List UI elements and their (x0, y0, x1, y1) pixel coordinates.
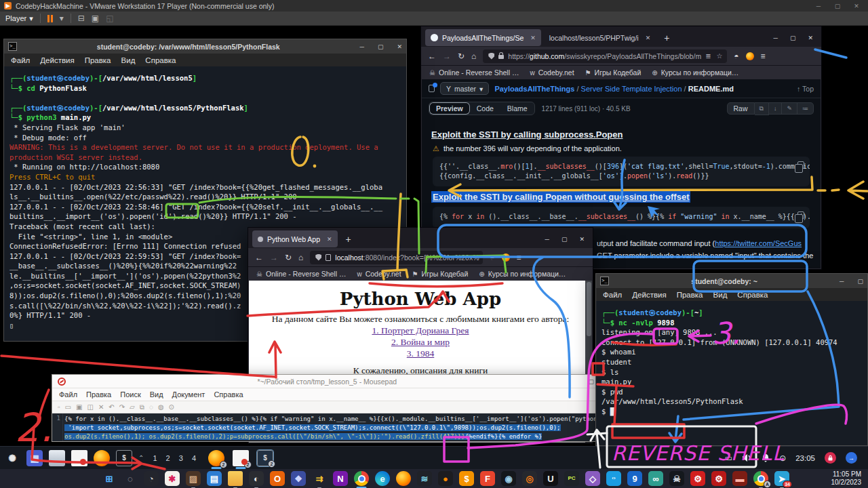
tab-blame[interactable]: Blame (500, 102, 534, 115)
taskbar-icon[interactable]: U (543, 471, 558, 486)
close-icon[interactable]: ✕ (808, 35, 813, 41)
volume-icon[interactable] (742, 453, 752, 462)
editor-area[interactable]: 1 {% for x in ().__class__.__base__.__su… (52, 413, 599, 441)
edit-icon[interactable]: ✎ (782, 102, 797, 115)
maximize-icon[interactable]: ▢ (830, 3, 845, 9)
maximize-icon[interactable]: ▢ (378, 43, 384, 50)
taskbar-icon[interactable]: ◉ (501, 471, 516, 486)
search-icon[interactable]: ◍ (158, 404, 164, 411)
raw-button[interactable]: Raw (727, 102, 755, 115)
pause-dropdown-icon[interactable]: ▾ (60, 14, 64, 23)
send-keys-icon[interactable]: ⊟ (78, 14, 85, 23)
close-icon[interactable]: ✕ (579, 236, 585, 243)
taskbar-icon[interactable]: ⊞ (102, 471, 117, 486)
close-icon[interactable]: ✕ (397, 43, 402, 50)
url-bar[interactable]: https://github.com/swisskyrepo/PayloadsA… (483, 49, 727, 63)
lock-icon[interactable] (498, 55, 504, 59)
screen-lock-icon[interactable] (825, 452, 836, 464)
heading-popen-without-offset[interactable]: Exploit the SSTI by calling Popen withou… (431, 192, 690, 202)
forward-icon[interactable]: → (443, 52, 451, 61)
back-icon[interactable]: ← (428, 52, 436, 61)
maximize-icon[interactable]: ▢ (588, 378, 594, 385)
home-icon[interactable]: ⌂ (471, 52, 476, 61)
taskbar-icon[interactable]: ➤34 (774, 471, 789, 486)
vm-running-app[interactable]: $2 (257, 450, 273, 466)
taskbar-icon[interactable] (354, 471, 369, 486)
menu-item[interactable]: Вид (121, 56, 136, 64)
fullscreen-icon[interactable]: ▣ (92, 14, 99, 23)
bookmark-item[interactable]: wCodeby.net (530, 68, 574, 77)
mousepad-titlebar[interactable]: *~/Рабочий стол/tmp_lesson_5 - Mousepad … (52, 375, 599, 388)
back-to-top-link[interactable]: ↑ Top (797, 85, 814, 93)
tab-code[interactable]: Code (470, 102, 500, 115)
taskbar-icon[interactable]: ❖ (291, 471, 306, 486)
taskbar-icon[interactable]: O (270, 471, 285, 486)
copy-raw-icon[interactable]: ⧉ (755, 102, 769, 115)
taskbar-icon[interactable]: ∞ (648, 471, 663, 486)
taskbar-icon[interactable]: A (753, 471, 768, 486)
taskbar-icon[interactable]: PC (564, 471, 579, 486)
twitter-link[interactable]: https://twitter.com/SecGus (715, 239, 802, 247)
menu-item[interactable]: Действия (40, 56, 74, 64)
new-tab-button[interactable]: + (340, 234, 357, 245)
taskbar-icon[interactable]: ▨ (186, 471, 201, 486)
minimize-icon[interactable]: ─ (545, 236, 549, 243)
bookmark-item[interactable]: wCodeby.net (357, 270, 401, 278)
taskbar-icon[interactable]: e (375, 471, 390, 486)
tracking-shield-icon[interactable] (488, 53, 494, 60)
bookmark-star-icon[interactable]: ☆ (717, 52, 723, 60)
notifications-bell-icon[interactable] (762, 453, 770, 462)
menu-item[interactable]: Документ (172, 390, 205, 399)
vm-taskbar-icon[interactable] (94, 450, 110, 466)
menu-item[interactable]: Справка (214, 390, 243, 399)
taskbar-icon[interactable]: ▬ (732, 471, 747, 486)
redo-icon[interactable]: ↷ (119, 404, 125, 411)
download-icon[interactable]: ↓ (769, 102, 783, 115)
tab-close-icon[interactable]: ✕ (530, 35, 536, 41)
menu-item[interactable]: Файл (11, 56, 30, 64)
close-icon[interactable]: ✕ (849, 3, 864, 9)
save-as-icon[interactable]: ◫ (87, 404, 93, 411)
taskbar-icon[interactable]: ‹› (606, 471, 621, 486)
taskbar-icon[interactable]: ◔ (144, 471, 159, 486)
paste-icon[interactable]: ◌ (149, 404, 153, 411)
tracking-shield-icon[interactable] (315, 254, 321, 261)
url-bar[interactable]: localhost:8080/index?book={%%20for%20x% … (310, 251, 483, 264)
undo-icon[interactable]: ↶ (108, 404, 114, 411)
tab-preview[interactable]: Preview (429, 102, 470, 115)
terminal-titlebar[interactable]: >_ student@codeby: /var/www/html/lesson5… (4, 39, 406, 54)
book-link[interactable]: 3. 1984 (249, 348, 592, 359)
back-icon[interactable]: ← (255, 253, 263, 262)
copy-icon[interactable] (797, 161, 804, 169)
open-file-icon[interactable]: ▭ (65, 404, 71, 411)
maximize-icon[interactable]: ▢ (790, 35, 796, 41)
taskbar-icon[interactable]: ≋ (417, 471, 432, 486)
reload-icon[interactable]: ↻ (285, 253, 292, 262)
minimize-icon[interactable]: ─ (360, 43, 364, 50)
pause-vm-icon[interactable] (47, 15, 53, 22)
minimize-icon[interactable]: ─ (811, 3, 826, 9)
save-icon[interactable]: ▣ (76, 404, 82, 411)
replace-icon[interactable]: ⊙ (169, 404, 174, 411)
system-clock[interactable]: 11:05 PM 10/2/2023 (831, 470, 862, 487)
menu-item[interactable]: Вид (150, 390, 163, 399)
taskbar-icon[interactable]: ▤ (207, 471, 222, 486)
vm-taskbar-icon[interactable] (49, 450, 65, 466)
branch-selector[interactable]: Ymaster▾ (440, 82, 489, 95)
menu-item[interactable]: Правка (86, 390, 111, 399)
minimize-icon[interactable]: ─ (840, 278, 844, 285)
taskbar-icon[interactable]: ◐ (249, 471, 264, 486)
maximize-icon[interactable]: ▢ (857, 278, 863, 285)
vm-taskbar-icon[interactable]: $ (116, 450, 132, 466)
reload-icon[interactable]: ↻ (458, 52, 465, 61)
bookmark-item[interactable]: ☠Online - Reverse Shell … (429, 68, 519, 77)
menu-item[interactable]: Файл (59, 390, 77, 399)
vm-taskbar-icon[interactable] (71, 450, 87, 466)
vm-taskbar-icon[interactable]: ✺ (4, 450, 20, 466)
tab-python-web-app[interactable]: Python Web App✕ (252, 230, 338, 247)
copy-icon[interactable] (797, 211, 804, 219)
extension-icon[interactable] (746, 52, 754, 60)
taskbar-icon[interactable] (228, 471, 243, 486)
vm-running-app[interactable]: 2 (233, 450, 249, 466)
pocket-icon[interactable]: ◓ (490, 253, 494, 262)
